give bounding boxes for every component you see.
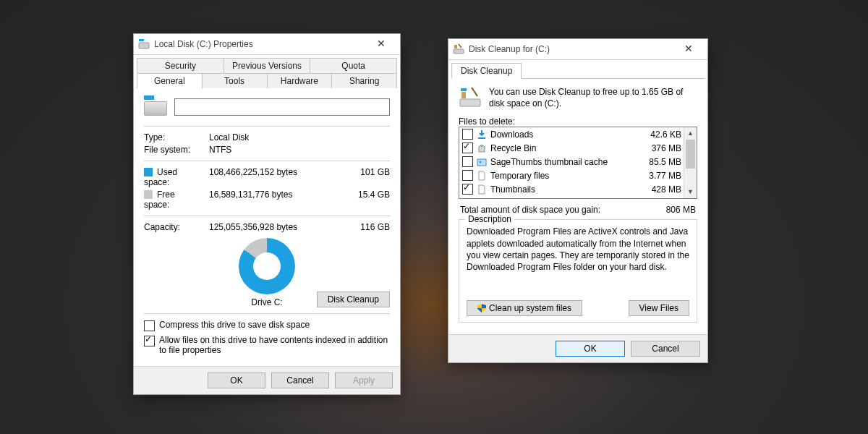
broom-drive-large-icon bbox=[459, 86, 482, 109]
cleanup-title: Disk Cleanup for (C:) bbox=[469, 44, 674, 54]
broom-drive-icon bbox=[453, 43, 464, 55]
apply-button[interactable]: Apply bbox=[335, 373, 393, 388]
tab-sharing[interactable]: Sharing bbox=[331, 73, 397, 88]
item-checkbox[interactable] bbox=[462, 142, 473, 153]
type-label: Type: bbox=[144, 132, 202, 142]
svg-rect-6 bbox=[461, 88, 467, 91]
svg-point-11 bbox=[480, 161, 482, 163]
shield-icon bbox=[477, 304, 486, 312]
total-value: 806 MB bbox=[666, 205, 696, 215]
svg-line-8 bbox=[472, 88, 477, 96]
list-item[interactable]: Recycle Bin376 MB bbox=[459, 141, 684, 155]
drive-name-input[interactable] bbox=[174, 98, 390, 116]
svg-rect-7 bbox=[461, 92, 466, 98]
item-size: 3.77 MB bbox=[635, 171, 681, 181]
item-name: Thumbnails bbox=[490, 184, 635, 195]
index-label: Allow files on this drive to have conten… bbox=[159, 335, 390, 355]
item-size: 42.6 KB bbox=[635, 129, 681, 140]
free-bytes: 16,589,131,776 bytes bbox=[209, 190, 342, 210]
ok-button[interactable]: OK bbox=[556, 341, 625, 357]
tab-security[interactable]: Security bbox=[137, 58, 224, 73]
tab-tools[interactable]: Tools bbox=[202, 73, 268, 88]
files-listbox[interactable]: Downloads42.6 KBRecycle Bin376 MBSageThu… bbox=[459, 127, 697, 199]
cleanup-titlebar[interactable]: Disk Cleanup for (C:) ✕ bbox=[448, 39, 707, 60]
files-to-delete-label: Files to delete: bbox=[459, 116, 697, 127]
cancel-button[interactable]: Cancel bbox=[271, 373, 329, 388]
properties-titlebar[interactable]: Local Disk (C:) Properties ✕ bbox=[134, 34, 400, 55]
cleanup-window: Disk Cleanup for (C:) ✕ Disk Cleanup You… bbox=[448, 38, 708, 363]
list-item[interactable]: SageThumbs thumbnail cache85.5 MB bbox=[459, 155, 684, 169]
tabs-container: Security Previous Versions Quota General… bbox=[134, 55, 400, 88]
item-checkbox[interactable] bbox=[462, 156, 473, 167]
clean-system-files-button[interactable]: Clean up system files bbox=[467, 300, 582, 316]
item-name: Recycle Bin bbox=[490, 143, 635, 153]
close-icon[interactable]: ✕ bbox=[367, 36, 396, 52]
tab-general[interactable]: General bbox=[137, 73, 203, 89]
list-item[interactable]: Temporary files3.77 MB bbox=[459, 169, 684, 182]
tab-previous-versions[interactable]: Previous Versions bbox=[224, 58, 311, 73]
tab-hardware[interactable]: Hardware bbox=[267, 73, 333, 88]
free-label: Free space: bbox=[144, 190, 202, 210]
desktop: Local Disk (C:) Properties ✕ Security Pr… bbox=[0, 0, 868, 434]
list-item[interactable]: Downloads42.6 KB bbox=[459, 127, 684, 141]
item-checkbox[interactable] bbox=[462, 170, 473, 181]
tab-disk-cleanup[interactable]: Disk Cleanup bbox=[451, 63, 522, 79]
properties-title: Local Disk (C:) Properties bbox=[154, 39, 367, 49]
capacity-bytes: 125,055,356,928 bytes bbox=[209, 222, 342, 232]
download-icon bbox=[476, 129, 488, 140]
type-value: Local Disk bbox=[209, 132, 390, 142]
thumb-icon bbox=[476, 156, 488, 168]
ok-button[interactable]: OK bbox=[208, 373, 265, 388]
cleanup-intro: You can use Disk Cleanup to free up to 1… bbox=[489, 86, 697, 109]
compress-checkbox-row[interactable]: Compress this drive to save disk space bbox=[144, 320, 390, 331]
index-checkbox-row[interactable]: Allow files on this drive to have conten… bbox=[144, 335, 390, 355]
compress-checkbox[interactable] bbox=[144, 320, 155, 331]
recycle-icon bbox=[476, 142, 488, 154]
svg-rect-0 bbox=[139, 39, 144, 41]
svg-rect-1 bbox=[139, 43, 149, 48]
description-group: Description Downloaded Program Files are… bbox=[459, 219, 697, 323]
item-size: 428 MB bbox=[635, 184, 681, 195]
item-name: Temporary files bbox=[490, 171, 635, 181]
scroll-up-icon[interactable]: ▲ bbox=[684, 127, 697, 140]
svg-rect-10 bbox=[477, 159, 486, 166]
used-human: 101 GB bbox=[349, 167, 390, 187]
close-icon[interactable]: ✕ bbox=[674, 41, 703, 57]
properties-button-row: OK Cancel Apply bbox=[134, 366, 400, 394]
capacity-human: 116 GB bbox=[349, 222, 390, 232]
description-text: Downloaded Program Files are ActiveX con… bbox=[467, 226, 689, 273]
item-checkbox[interactable] bbox=[462, 129, 473, 140]
drive-icon bbox=[138, 38, 150, 50]
properties-window: Local Disk (C:) Properties ✕ Security Pr… bbox=[133, 33, 401, 395]
file-icon bbox=[476, 184, 488, 195]
svg-line-4 bbox=[459, 44, 461, 48]
item-name: Downloads bbox=[490, 129, 635, 140]
svg-rect-9 bbox=[478, 137, 485, 139]
cleanup-tab-body: You can use Disk Cleanup to free up to 1… bbox=[448, 79, 707, 334]
index-checkbox[interactable] bbox=[144, 336, 155, 346]
disk-cleanup-button[interactable]: Disk Cleanup bbox=[317, 292, 390, 307]
cancel-button[interactable]: Cancel bbox=[631, 341, 700, 357]
drive-large-icon bbox=[144, 95, 167, 119]
item-name: SageThumbs thumbnail cache bbox=[490, 157, 635, 167]
list-item[interactable]: Thumbnails428 MB bbox=[459, 182, 684, 196]
item-size: 376 MB bbox=[635, 143, 681, 153]
free-human: 15.4 GB bbox=[349, 190, 390, 210]
view-files-button[interactable]: View Files bbox=[629, 300, 689, 316]
file-icon bbox=[476, 170, 488, 182]
fs-label: File system: bbox=[144, 145, 202, 155]
tab-quota[interactable]: Quota bbox=[310, 58, 397, 73]
total-label: Total amount of disk space you gain: bbox=[460, 205, 600, 215]
general-tab-body: Type:Local Disk File system:NTFS Used sp… bbox=[134, 88, 400, 366]
svg-rect-5 bbox=[460, 99, 480, 106]
scrollbar-thumb[interactable] bbox=[686, 140, 695, 169]
cleanup-button-row: OK Cancel bbox=[448, 334, 707, 362]
item-checkbox[interactable] bbox=[462, 184, 473, 195]
svg-rect-2 bbox=[454, 49, 464, 54]
description-legend: Description bbox=[465, 214, 514, 224]
used-label: Used space: bbox=[144, 167, 202, 187]
svg-rect-3 bbox=[454, 45, 457, 48]
scrollbar[interactable]: ▲ ▼ bbox=[684, 127, 697, 198]
fs-value: NTFS bbox=[209, 145, 390, 155]
scroll-down-icon[interactable]: ▼ bbox=[684, 186, 697, 198]
